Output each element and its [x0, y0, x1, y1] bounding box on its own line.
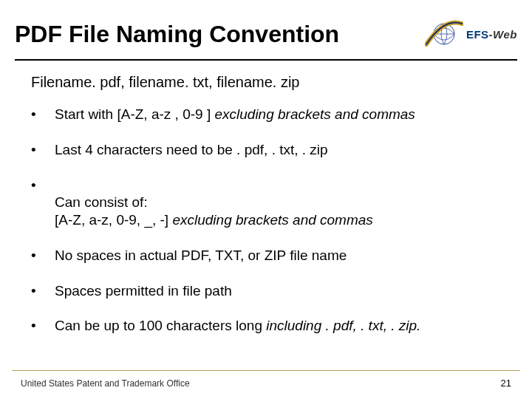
list-item: • Last 4 characters need to be . pdf, . …: [31, 141, 508, 159]
bullet-text: No spaces in actual PDF, TXT, or ZIP fil…: [55, 247, 347, 265]
logo-web: -Web: [489, 28, 517, 41]
list-item: • Spaces permitted in file path: [31, 282, 508, 300]
footer: United States Patent and Trademark Offic…: [21, 378, 511, 389]
bullet-dot: •: [31, 317, 55, 335]
logo-efs: EFS: [466, 28, 489, 41]
slide: PDF File Naming Convention EFS-Web Filen…: [0, 0, 532, 399]
list-item: • No spaces in actual PDF, TXT, or ZIP f…: [31, 247, 508, 265]
bullet-dot: •: [31, 282, 55, 300]
lead-text: Filename. pdf, filename. txt, filename. …: [31, 74, 508, 91]
bullet-dot: •: [31, 177, 55, 194]
header: PDF File Naming Convention EFS-Web: [0, 0, 532, 56]
logo-text: EFS-Web: [466, 28, 517, 41]
bullet-dot: •: [31, 247, 55, 265]
list-item: • Can consist of: [A-Z, a-z, 0-9, _, -] …: [31, 177, 508, 229]
footer-text: United States Patent and Trademark Offic…: [21, 378, 190, 389]
bullet-text: Spaces permitted in file path: [55, 282, 232, 300]
bullet-dot: •: [31, 106, 55, 123]
list-item: • Can be up to 100 characters long inclu…: [31, 317, 508, 335]
bullet-text: Start with [A-Z, a-z , 0-9 ] excluding b…: [55, 106, 415, 123]
bullet-text: Can be up to 100 characters long includi…: [55, 317, 420, 335]
page-number: 21: [501, 378, 511, 389]
content: Filename. pdf, filename. txt, filename. …: [0, 61, 532, 335]
bullet-text: Can consist of: [A-Z, a-z, 0-9, _, -] ex…: [55, 177, 373, 229]
bullet-text: Last 4 characters need to be . pdf, . tx…: [55, 141, 328, 159]
bullet-dot: •: [31, 141, 55, 159]
page-title: PDF File Naming Convention: [15, 21, 339, 48]
footer-rule: [12, 370, 520, 371]
bullet-list: • Start with [A-Z, a-z , 0-9 ] excluding…: [31, 106, 508, 335]
globe-swoosh-icon: [425, 16, 463, 52]
efs-web-logo: EFS-Web: [425, 16, 517, 52]
list-item: • Start with [A-Z, a-z , 0-9 ] excluding…: [31, 106, 508, 123]
